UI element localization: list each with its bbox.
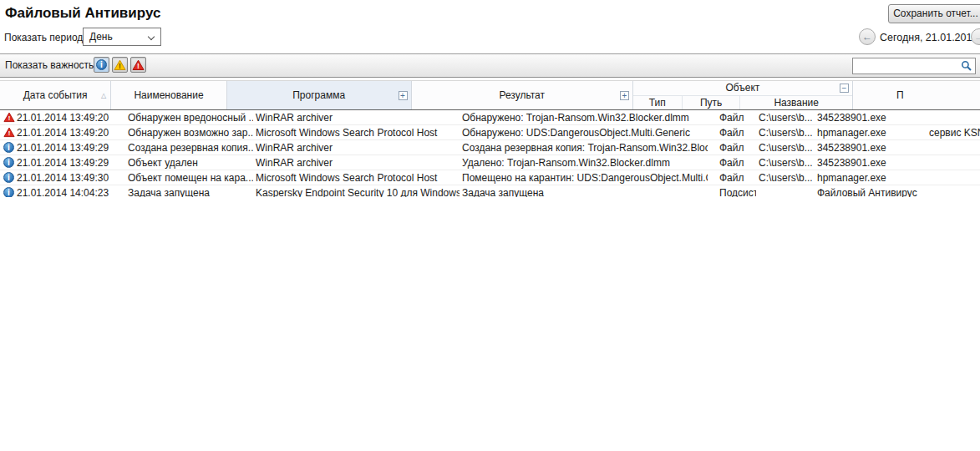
page-title: Файловый Антивирус: [5, 5, 160, 22]
filter-critical-button[interactable]: !: [130, 57, 146, 73]
table-row[interactable]: i21.01.2014 14:04:23Задача запущенаKaspe…: [0, 185, 980, 197]
event-table-body: !21.01.2014 13:49:20Обнаружен вредоносны…: [0, 110, 980, 197]
event-date-text: 21.01.2014 13:49:29: [17, 157, 109, 169]
column-group-object: Объект − Тип Путь Название: [632, 81, 852, 109]
table-header: Дата события △ Наименование Программа + …: [0, 80, 980, 110]
collapse-object-icon[interactable]: −: [840, 84, 849, 93]
svg-text:!: !: [8, 114, 11, 122]
column-header-name[interactable]: Наименование: [110, 81, 226, 109]
info-icon: i: [3, 157, 14, 168]
info-icon: i: [3, 142, 14, 153]
cell-object-path: C:\users\b...: [756, 157, 815, 169]
svg-text:!: !: [8, 129, 11, 137]
search-box: [852, 58, 976, 74]
cell-result: Обнаружено: Trojan-Ransom.Win32.Blocker.…: [460, 112, 708, 124]
filter-info-button[interactable]: i: [94, 57, 109, 73]
filter-warning-button[interactable]: !: [112, 57, 128, 73]
info-icon: i: [96, 59, 107, 70]
cell-reason: сервис KSN: [927, 127, 980, 139]
event-date-text: 21.01.2014 14:04:23: [17, 187, 109, 198]
cell-event-name: Создана резервная копия...: [124, 142, 253, 154]
cell-event-date: !21.01.2014 13:49:20: [0, 127, 124, 139]
cell-object-name: 345238901.exe: [815, 157, 927, 169]
cell-object-name: 345238901.exe: [815, 112, 927, 124]
column-header-path[interactable]: Путь: [682, 96, 740, 110]
cell-event-date: i21.01.2014 13:49:30: [0, 172, 124, 184]
column-header-reason[interactable]: П: [852, 81, 980, 109]
chevron-down-icon: [148, 33, 155, 40]
column-header-result-label: Результат: [499, 89, 545, 101]
table-row[interactable]: i21.01.2014 13:49:29Создана резервная ко…: [0, 140, 980, 155]
warning-icon: !: [114, 59, 126, 71]
cell-event-name: Обнаружен вредоносный ...: [124, 112, 253, 124]
period-label: Показать период:: [4, 32, 86, 43]
cell-object-name: hpmanager.exe: [815, 172, 927, 184]
search-icon[interactable]: [961, 60, 972, 72]
save-report-button[interactable]: Сохранить отчет...: [888, 4, 980, 23]
cell-event-name: Задача запущена: [124, 187, 253, 198]
expand-program-icon[interactable]: +: [399, 91, 408, 100]
cell-object-type: Файл: [708, 157, 756, 169]
event-date-text: 21.01.2014 13:49:20: [17, 127, 109, 139]
cell-result: Удалено: Trojan-Ransom.Win32.Blocker.dlm…: [460, 157, 708, 169]
search-input[interactable]: [852, 58, 976, 74]
cell-object-type: Файл: [708, 112, 756, 124]
table-row[interactable]: i21.01.2014 13:49:30Объект помещен на ка…: [0, 170, 980, 185]
column-header-date-label: Дата события: [23, 89, 88, 101]
severity-icon-wrap: !: [3, 112, 15, 123]
cell-object-name: 345238901.exe: [815, 142, 927, 154]
severity-icon-wrap: i: [3, 157, 15, 168]
column-header-object-name[interactable]: Название: [739, 96, 851, 110]
column-header-result[interactable]: Результат +: [411, 81, 632, 109]
importance-filter-buttons: i ! !: [94, 57, 149, 73]
cell-program: WinRAR archiver: [253, 157, 460, 169]
cell-result: Помещено на карантин: UDS:DangerousObjec…: [460, 172, 708, 184]
column-header-name-label: Наименование: [134, 89, 203, 101]
column-header-program[interactable]: Программа +: [226, 81, 411, 109]
cell-object-type: Подсист...: [708, 187, 756, 198]
cell-result: Задача запущена: [460, 187, 708, 198]
cell-event-name: Объект удален: [124, 157, 253, 169]
cell-event-date: i21.01.2014 13:49:29: [0, 142, 124, 154]
cell-object-path: C:\users\b...: [756, 112, 815, 124]
table-row[interactable]: !21.01.2014 13:49:20Обнаружен возможно з…: [0, 125, 980, 140]
severity-icon-wrap: !: [3, 127, 15, 138]
cell-event-name: Обнаружен возможно зар...: [124, 127, 253, 139]
period-selected-value: День: [89, 31, 113, 43]
cell-object-type: Файл: [708, 172, 756, 184]
svg-text:!: !: [119, 62, 121, 70]
column-header-date[interactable]: Дата события △: [0, 81, 110, 109]
cell-program: WinRAR archiver: [253, 142, 460, 154]
importance-label: Показать важность: [5, 59, 94, 71]
cell-event-date: i21.01.2014 13:49:29: [0, 157, 124, 169]
cell-object-type: Файл: [708, 127, 756, 139]
table-row[interactable]: i21.01.2014 13:49:29Объект удаленWinRAR …: [0, 155, 980, 170]
info-icon: i: [3, 187, 14, 197]
cell-result: Создана резервная копия: Trojan-Ransom.W…: [460, 142, 708, 154]
cell-object-path: C:\users\b...: [756, 142, 815, 154]
critical-icon: !: [3, 127, 15, 138]
cell-program: WinRAR archiver: [253, 112, 460, 124]
event-date-text: 21.01.2014 13:49:20: [17, 112, 109, 124]
column-header-type[interactable]: Тип: [633, 96, 682, 110]
object-subcolumns: Тип Путь Название: [633, 96, 852, 110]
expand-result-icon[interactable]: +: [620, 91, 629, 100]
column-header-reason-label: П: [896, 89, 904, 101]
period-select[interactable]: День: [83, 28, 161, 46]
current-date-label: Сегодня, 21.01.2014: [880, 32, 977, 43]
cell-object-path: C:\users\b...: [756, 127, 815, 139]
cell-object-path: C:\users\b...: [756, 172, 815, 184]
cell-object-type: Файл: [708, 142, 756, 154]
sort-ascending-icon: △: [101, 92, 106, 99]
critical-icon: !: [132, 59, 145, 71]
table-row[interactable]: !21.01.2014 13:49:20Обнаружен вредоносны…: [0, 110, 980, 125]
event-date-text: 21.01.2014 13:49:30: [17, 172, 109, 184]
column-header-program-label: Программа: [292, 89, 345, 101]
info-icon: i: [3, 172, 14, 183]
severity-icon-wrap: i: [3, 142, 15, 153]
column-header-object-group[interactable]: Объект −: [633, 81, 852, 96]
severity-icon-wrap: i: [3, 187, 15, 197]
severity-icon-wrap: i: [3, 172, 15, 183]
previous-day-button[interactable]: ←: [859, 28, 876, 45]
critical-icon: !: [3, 112, 15, 123]
